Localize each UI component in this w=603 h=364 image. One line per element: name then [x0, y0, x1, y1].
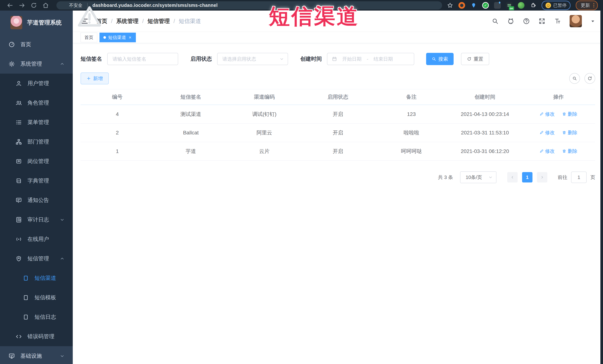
sidebar-item-home[interactable]: 首页: [0, 35, 73, 54]
tab-短信渠道[interactable]: 短信渠道: [99, 33, 136, 42]
downloads-drop-icon[interactable]: [494, 2, 501, 9]
back-icon[interactable]: [7, 2, 13, 9]
fullscreen-icon[interactable]: [538, 18, 545, 25]
page-header: 首页/系统管理/短信管理/短信渠道: [73, 11, 603, 32]
total-count: 共 3 条: [438, 174, 453, 181]
help-icon[interactable]: [523, 18, 530, 25]
delete-link[interactable]: 删除: [562, 111, 577, 117]
browser-extensions: ✓ on ☺ 已暂停 更新: [447, 0, 598, 10]
drop-icon: [498, 1, 501, 4]
status-select[interactable]: 请选择启用状态: [217, 53, 288, 65]
sidebar-item-label: 岗位管理: [27, 158, 49, 165]
sidebar-item-sms-template[interactable]: 短信模板: [0, 288, 73, 307]
range-separator: -: [367, 56, 368, 62]
status-placeholder: 请选择启用状态: [222, 56, 256, 62]
table-body: 4测试渠道调试(钉钉)开启1232021-04-13 00:23:14修改删除2…: [81, 105, 595, 161]
breadcrumb-item[interactable]: 系统管理: [116, 17, 139, 25]
breadcrumb-item[interactable]: 短信管理: [148, 17, 170, 25]
sidebar-item-dept-management[interactable]: 部门管理: [0, 132, 73, 152]
toggle-search-button[interactable]: [569, 73, 580, 84]
paused-label: 已暂停: [553, 2, 567, 8]
page-size-select[interactable]: 10条/页: [460, 171, 497, 183]
reset-button[interactable]: 重置: [461, 53, 489, 65]
vpn-on-icon[interactable]: on: [506, 2, 513, 9]
edit-link[interactable]: 修改: [540, 111, 555, 117]
calendar-icon: [332, 56, 337, 62]
delete-link[interactable]: 删除: [562, 129, 577, 136]
date-range-picker[interactable]: 开始日期 - 结束日期: [327, 53, 414, 65]
search-icon[interactable]: [492, 18, 499, 25]
browser-update-button[interactable]: 更新: [576, 0, 598, 10]
caret-down-icon[interactable]: [590, 19, 595, 23]
sidebar-item-online-users[interactable]: 在线用户: [0, 229, 73, 249]
sms-channel-table: 编号短信签名渠道编码启用状态备注创建时间操作 4测试渠道调试(钉钉)开启1232…: [81, 89, 595, 161]
tab-首页[interactable]: 首页: [81, 33, 97, 42]
users-icon: [16, 100, 22, 106]
bookmark-star-icon[interactable]: [447, 2, 453, 9]
edit-link[interactable]: 修改: [540, 129, 555, 136]
cell-status: 开启: [301, 105, 374, 123]
content: 短信签名 启用状态 请选择启用状态 创建时间 开始日期 - 结束日期: [73, 43, 603, 364]
check-shield-icon[interactable]: ✓: [482, 2, 489, 9]
goto-label: 前往: [558, 174, 567, 181]
cell-created: 2021-04-13 00:23:14: [448, 105, 522, 123]
sidebar-item-sms-channel[interactable]: 短信渠道: [0, 268, 73, 288]
goto-page-input[interactable]: [571, 172, 587, 183]
github-icon[interactable]: [507, 18, 514, 25]
sidebar-item-sms-log[interactable]: 短信日志: [0, 307, 73, 327]
url-text[interactable]: dashboard.yudao.iocoder.cn/system/sms/sm…: [93, 3, 218, 8]
page-1-button[interactable]: 1: [522, 172, 533, 182]
cell-actions: 修改删除: [522, 142, 595, 161]
sidebar-item-infrastructure[interactable]: 基础设施: [0, 346, 73, 364]
warning-icon[interactable]: [62, 3, 67, 8]
sidebar-item-audit-log[interactable]: 审计日志: [0, 210, 73, 229]
sidebar-item-post-management[interactable]: 岗位管理: [0, 152, 73, 171]
next-page-button[interactable]: [537, 172, 547, 182]
address-divider: [87, 3, 88, 8]
column-header: 编号: [81, 89, 154, 105]
document-icon: [23, 295, 29, 301]
filter-form: 短信签名 启用状态 请选择启用状态 创建时间 开始日期 - 结束日期: [81, 53, 595, 65]
ubuntu-icon[interactable]: [458, 2, 465, 9]
pagination: 共 3 条 10条/页 1 前往 页: [81, 171, 595, 183]
cell-remark: 呵呵呵哒: [375, 142, 448, 161]
font-size-icon[interactable]: [554, 18, 561, 25]
kebab-menu-icon[interactable]: [593, 2, 594, 8]
end-date-placeholder: 结束日期: [374, 56, 393, 62]
reload-icon[interactable]: [30, 2, 37, 9]
paused-profile-chip[interactable]: ☺ 已暂停: [542, 1, 570, 10]
delete-link[interactable]: 删除: [562, 148, 577, 154]
sidebar-item-label: 角色管理: [27, 99, 49, 107]
close-icon[interactable]: [128, 36, 132, 39]
sidebar-item-dict-management[interactable]: 字典管理: [0, 171, 73, 190]
sidebar-item-sms-management[interactable]: 短信管理: [0, 249, 73, 268]
not-secure-label[interactable]: 不安全: [69, 2, 82, 8]
location-pin-icon[interactable]: [470, 2, 477, 9]
sidebar-item-role-management[interactable]: 角色管理: [0, 93, 73, 112]
avatar[interactable]: [569, 15, 582, 27]
sidebar-item-notice-announcement[interactable]: 通知公告: [0, 190, 73, 210]
search-button[interactable]: 搜索: [426, 53, 453, 65]
home-icon[interactable]: [42, 2, 49, 9]
column-header: 备注: [375, 89, 448, 105]
sidebar-item-label: 短信渠道: [35, 275, 56, 282]
extensions-puzzle-icon[interactable]: [530, 2, 536, 9]
sign-input[interactable]: [107, 53, 178, 65]
sidebar-item-user-management[interactable]: 用户管理: [0, 74, 73, 93]
sidebar-item-menu-management[interactable]: 菜单管理: [0, 112, 73, 132]
announcement-icon: [16, 197, 22, 203]
sidebar-item-label: 基础设施: [20, 352, 42, 360]
forward-icon[interactable]: [19, 2, 25, 9]
dashboard-icon: [9, 41, 15, 48]
sidebar-item-error-code-management[interactable]: 错误码管理: [0, 327, 73, 346]
page-scrollbar[interactable]: [600, 11, 603, 364]
refresh-button[interactable]: [584, 73, 595, 84]
prev-page-button[interactable]: [507, 172, 518, 182]
sidebar-item-label: 短信日志: [35, 313, 56, 321]
add-button[interactable]: 新增: [81, 73, 109, 84]
address-bar[interactable]: 不安全 dashboard.yudao.iocoder.cn/system/sm…: [57, 1, 442, 10]
sidebar-item-system-management[interactable]: 系统管理: [0, 54, 73, 74]
cell-remark: 123: [375, 105, 448, 123]
edit-link[interactable]: 修改: [540, 148, 555, 154]
sprout-icon[interactable]: [518, 2, 524, 9]
